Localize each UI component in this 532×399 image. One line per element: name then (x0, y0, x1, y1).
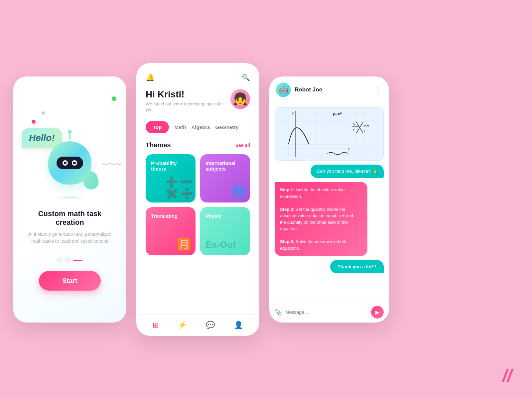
chat-header: 🤖 Robot Joe ⋮ (269, 76, 389, 102)
robot-hand (81, 170, 100, 191)
card-international-title: Internationalsubjects (205, 160, 245, 172)
nav-profile-icon[interactable]: 👤 (234, 321, 243, 330)
robot-face (57, 157, 83, 169)
brand-logo: // (502, 366, 512, 386)
card-translating-icon: 🈷️ (177, 237, 192, 251)
decoration-dot-pink (32, 120, 36, 124)
card-probability[interactable]: Probabilitytheory ➕ ➖✖️ ➗ (146, 154, 196, 202)
themes-grid: Probabilitytheory ➕ ➖✖️ ➗ Internationals… (146, 154, 250, 255)
tab-math[interactable]: Math (174, 124, 186, 130)
card-probability-icon: ➕ ➖✖️ ➗ (166, 176, 193, 199)
bottom-navbar: ⊞ ⚡ 💬 👤 (136, 314, 259, 336)
screen2-content: 🔔 🔍 Hi Kristi! We found out some interes… (136, 63, 259, 314)
bot-step3: Step 3: Solve the unknown in both equati… (280, 239, 346, 251)
nav-home-icon[interactable]: ⊞ (153, 321, 159, 330)
dot-1 (57, 258, 62, 263)
card-physic-title: Physic (205, 213, 245, 219)
card-probability-title: Probabilitytheory (151, 160, 190, 172)
user-avatar: 👧 (230, 89, 250, 109)
robot-body (48, 141, 91, 185)
nav-chat-icon[interactable]: 💬 (206, 321, 215, 330)
message-input[interactable] (285, 310, 368, 315)
screen2-topbar: 🔔 🔍 (146, 73, 250, 82)
svg-text:y: y (364, 129, 365, 132)
start-button[interactable]: Start (39, 271, 101, 291)
decoration-dot-green (112, 96, 116, 101)
search-icon[interactable]: 🔍 (242, 73, 250, 81)
themes-header: Themes See all (146, 141, 250, 149)
screen1-content: Custom math task creation AI instantly g… (23, 209, 116, 245)
card-international[interactable]: Internationalsubjects 🌐 (200, 154, 250, 202)
card-translating[interactable]: Translating 🈷️ (146, 207, 196, 255)
greeting-block: Hi Kristi! We found out some interesting… (146, 89, 230, 113)
screen-3-phone: 🤖 Robot Joe ⋮ (269, 76, 389, 323)
math-svg: y x y=x² x y √5x (275, 108, 383, 160)
user-message-bubble: Can you help me, please? 🙏 (311, 165, 384, 178)
svg-text:y: y (292, 111, 294, 115)
bot-info: 🤖 Robot Joe (276, 82, 322, 97)
bot-avatar: 🤖 (276, 82, 291, 97)
card-translating-title: Translating (151, 213, 190, 219)
more-options-icon[interactable]: ⋮ (374, 85, 382, 94)
dot-active (73, 260, 82, 261)
chat-area: y x y=x² x y √5x (269, 102, 389, 302)
svg-text:x: x (348, 147, 350, 151)
robot-shadow (53, 196, 86, 200)
nav-bolt-icon[interactable]: ⚡ (178, 321, 187, 330)
attachment-icon[interactable]: 📎 (275, 309, 282, 316)
screen2-header: Hi Kristi! We found out some interesting… (146, 89, 250, 113)
card-international-icon: 🌐 (231, 185, 246, 199)
pagination-dots (57, 258, 82, 263)
greeting-text: Hi Kristi! (146, 89, 230, 100)
bot-name: Robot Joe (295, 86, 322, 93)
math-graph-image: y x y=x² x y √5x (275, 107, 384, 161)
bell-icon[interactable]: 🔔 (146, 73, 155, 82)
screen-2-phone: 🔔 🔍 Hi Kristi! We found out some interes… (136, 63, 259, 336)
tab-top[interactable]: Top (146, 121, 169, 133)
robot-eye-right (72, 160, 77, 166)
svg-text:√5x: √5x (363, 124, 369, 128)
user-thanks-text: Thank you a lot!!! (337, 264, 376, 269)
svg-text:y: y (353, 127, 355, 131)
themes-title: Themes (146, 141, 171, 149)
greeting-subtitle: We found out some interesting topics for… (146, 101, 230, 113)
chat-input-area: 📎 ▶ (269, 302, 389, 323)
user-thanks-bubble: Thank you a lot!!! (330, 260, 384, 273)
screen1-subtitle: AI instantly generates new, personalized… (23, 231, 116, 245)
robot-illustration (40, 126, 100, 200)
screen1-title: Custom math task creation (23, 209, 116, 227)
see-all-link[interactable]: See all (235, 143, 250, 148)
robot-eye-left (63, 160, 68, 166)
bot-step2: Step 2: Set the quantity inside the abso… (280, 207, 356, 231)
bot-response-bubble: Step 1: Isolate the absolute value expre… (275, 182, 367, 256)
svg-text:x: x (353, 121, 355, 125)
tabs-row: Top Math Algebra Geometry (146, 121, 250, 133)
avatar-emoji: 👧 (233, 92, 248, 106)
user-message-text: Can you help me, please? 🙏 (317, 169, 378, 174)
tab-algebra[interactable]: Algebra (191, 124, 210, 130)
card-physic[interactable]: Physic Ex-Out (200, 207, 250, 255)
card-physic-subtitle: Ex-Out (205, 239, 236, 250)
squiggle-decoration: 〜〜〜 (101, 160, 121, 170)
send-button[interactable]: ▶ (371, 306, 384, 319)
robot-antenna (69, 132, 70, 139)
svg-text:y=x²: y=x² (332, 111, 341, 116)
tab-geometry[interactable]: Geometry (215, 124, 238, 130)
bot-step1: Step 1: Isolate the absolute value expre… (280, 187, 344, 199)
decoration-dot-gray (42, 111, 45, 115)
dot-2 (65, 258, 70, 263)
screen-1-phone: 〜〜〜 Hello! Custom math task creation (13, 76, 126, 323)
